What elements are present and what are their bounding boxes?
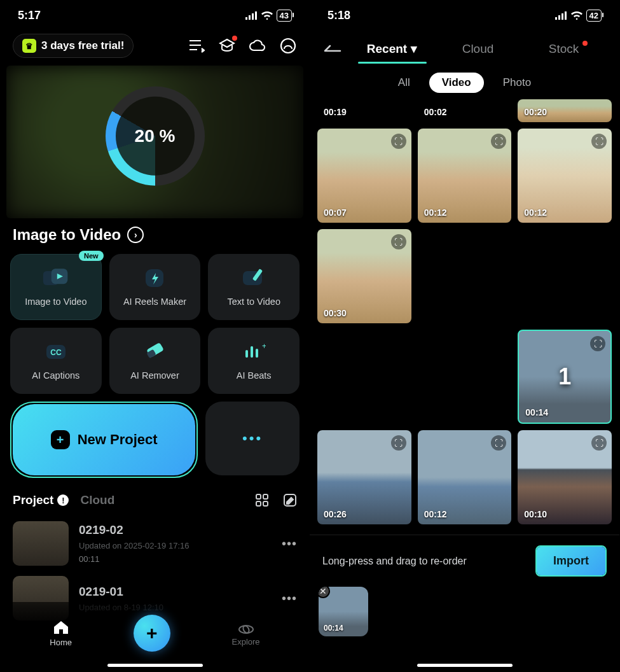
gallery-item[interactable]: 00:20 [518,99,612,122]
wifi-icon [261,11,273,20]
import-panel: Long-press and drag to re-order Import ✕… [310,535,619,672]
wifi-icon [571,11,582,20]
image-video-icon [42,267,70,289]
status-time: 5:17 [18,9,41,22]
plus-icon: + [51,430,70,449]
card-ai-captions[interactable]: CC AI Captions [10,328,102,394]
video-duration: 00:10 [524,509,547,519]
project-name: 0219-01 [79,585,272,599]
hero-banner[interactable]: 20 % [6,66,303,218]
media-type-tabs: All Video Photo [310,64,619,99]
notification-dot-icon [232,36,237,41]
cloud-icon[interactable] [249,37,266,55]
bottom-nav: Home + Explore [0,602,310,672]
crown-icon: ♛ [22,39,36,53]
card-image-to-video[interactable]: New Image to Video [10,254,102,320]
svg-text:CC: CC [50,348,62,357]
more-button[interactable]: ••• [205,402,300,475]
tab-cloud[interactable]: Cloud [80,493,114,507]
video-duration: 00:07 [324,207,347,218]
project-header-icons [255,493,297,507]
gallery-item[interactable]: 00:07⛶ [317,129,411,223]
project-tabs: Project ! Cloud [13,493,114,507]
nav-explore-label: Explore [232,637,260,647]
video-duration: 00:12 [424,207,447,218]
tab-cloud[interactable]: Cloud [435,36,521,64]
gallery-item[interactable]: 00:26⛶ [317,430,411,524]
card-ai-reels[interactable]: AI Reels Maker [109,254,201,320]
gallery-item[interactable]: 00:02 [418,99,512,122]
video-duration: 00:02 [424,107,447,117]
pencil-icon [240,267,268,289]
card-label: AI Remover [130,370,179,381]
tab-project[interactable]: Project ! [13,493,69,507]
academy-icon[interactable] [218,37,236,55]
trial-pill[interactable]: ♛ 3 days free trial! [13,34,134,58]
svg-text:+: + [262,342,266,351]
subtab-video[interactable]: Video [429,73,484,93]
project-info: 0219-02 Updated on 2025-02-19 17:16 00:1… [79,523,272,564]
queue-icon[interactable] [188,37,205,55]
nav-create-button[interactable]: + [134,615,170,652]
expand-icon[interactable]: ⛶ [491,435,506,451]
card-label: AI Captions [32,370,79,381]
grid-icon[interactable] [255,493,269,507]
back-icon[interactable] [322,44,349,55]
feature-title[interactable]: Image to Video › [0,218,310,254]
svg-rect-11 [245,350,248,358]
expand-icon[interactable]: ⛶ [391,134,406,149]
info-icon: ! [57,494,69,506]
close-icon[interactable]: ✕ [319,587,330,598]
gallery-item[interactable]: 00:19 [317,99,411,122]
svg-rect-18 [263,501,268,506]
chevron-down-icon: ▾ [411,41,417,56]
gallery-item[interactable] [518,229,612,323]
card-text-to-video[interactable]: Text to Video [208,254,300,320]
battery-icon: 42 [586,10,602,22]
beats-icon: + [240,341,268,363]
tab-stock[interactable]: Stock [521,36,607,64]
expand-icon[interactable]: ⛶ [591,435,607,451]
expand-icon[interactable]: ⛶ [391,435,406,451]
project-item[interactable]: 0219-02 Updated on 2025-02-19 17:16 00:1… [0,516,310,571]
gallery-item[interactable]: 00:12⛶ [518,129,612,223]
gallery-item[interactable] [317,330,411,424]
feature-title-text: Image to Video [13,226,121,244]
new-project-highlight: + New Project [10,402,198,478]
gallery-item[interactable] [418,229,512,323]
more-dots-icon[interactable]: ••• [282,536,297,551]
gallery-item[interactable]: 00:12⛶ [418,129,512,223]
progress-ring: 20 % [106,87,205,186]
card-ai-remover[interactable]: AI Remover [109,328,201,394]
selection-number: 1 [558,363,571,390]
subtab-all[interactable]: All [398,76,410,89]
expand-icon[interactable]: ⛶ [590,336,605,351]
selected-thumb[interactable]: ✕ 00:14 [319,587,368,636]
subtab-photo[interactable]: Photo [503,76,531,89]
card-label: AI Reels Maker [123,297,186,307]
new-project-button[interactable]: + New Project [13,404,195,475]
gallery-item[interactable] [418,330,512,424]
gallery-item[interactable]: 00:30⛶ [317,229,411,323]
svg-rect-12 [251,346,253,358]
nav-explore[interactable]: Explore [232,620,260,647]
edit-icon[interactable] [283,493,297,507]
profile-icon[interactable] [279,37,297,55]
expand-icon[interactable]: ⛶ [591,134,607,149]
gallery-item[interactable]: 00:12⛶ [418,430,512,524]
card-ai-beats[interactable]: + AI Beats [208,328,300,394]
selected-duration: 00:14 [324,624,343,633]
import-hint: Long-press and drag to re-order [322,556,467,567]
expand-icon[interactable]: ⛶ [491,134,506,149]
tab-recent[interactable]: Recent ▾ [349,35,435,64]
import-row: Long-press and drag to re-order Import [319,545,610,587]
video-duration: 00:30 [324,308,347,318]
gallery-item[interactable]: 00:10⛶ [518,430,612,524]
import-button[interactable]: Import [537,547,605,575]
card-label: Image to Video [25,297,86,307]
expand-icon[interactable]: ⛶ [391,234,406,249]
gallery-item[interactable]: 00:14⛶1 [518,330,612,424]
battery-icon: 43 [277,10,292,22]
notification-dot-icon [582,41,588,46]
nav-home[interactable]: Home [50,620,72,647]
